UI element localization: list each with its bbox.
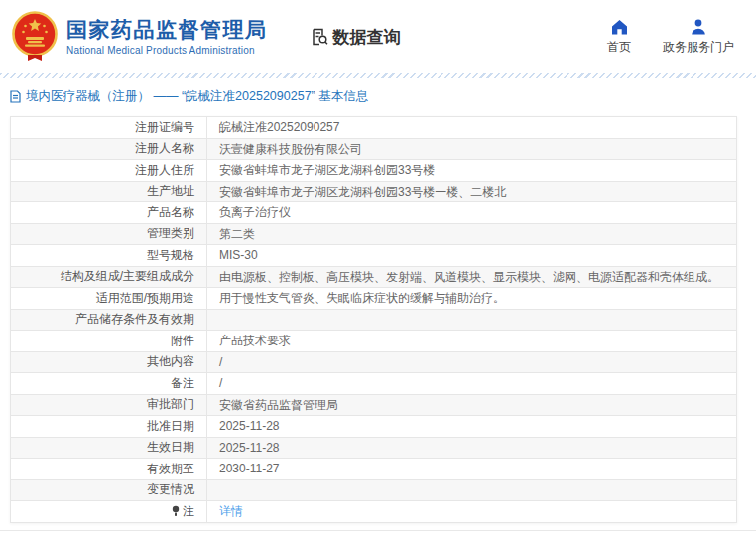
table-row: 适用范围/预期用途 用于慢性支气管炎、失眠临床症状的缓解与辅助治疗。	[11, 287, 736, 309]
org-name: 国家药品监督管理局	[66, 18, 268, 42]
home-label: 首页	[607, 39, 631, 56]
field-label: 型号规格	[11, 245, 207, 266]
registration-info-table: 注册证编号 皖械注准20252090257 注册人名称 沃壹健康科技股份有限公司…	[10, 116, 737, 523]
table-row: 生效日期 2025-11-28	[11, 437, 736, 459]
org-name-en: National Medical Products Administration	[66, 45, 268, 56]
detail-link[interactable]: 详情	[219, 503, 243, 519]
nav-data-query[interactable]: 数据查询	[310, 26, 401, 49]
site-header: 国家药品监督管理局 National Medical Products Admi…	[0, 0, 756, 73]
field-label: 其他内容	[11, 352, 207, 373]
field-value: 用于慢性支气管炎、失眠临床症状的缓解与辅助治疗。	[207, 288, 736, 309]
table-row: 变更情况	[11, 479, 736, 501]
field-label: 注册人住所	[11, 160, 207, 181]
field-value: 负离子治疗仪	[207, 202, 736, 223]
brand: 国家药品监督管理局 National Medical Products Admi…	[12, 11, 268, 63]
user-icon	[690, 18, 707, 36]
field-value: 由电源板、控制板、高压模块、发射端、风道模块、显示模块、滤网、电源适配器和壳体组…	[207, 267, 736, 288]
table-row: 审批部门 安徽省药品监督管理局	[11, 394, 736, 416]
field-value: 产品技术要求	[207, 331, 736, 351]
data-query-label: 数据查询	[333, 26, 401, 49]
nav-gov-portal[interactable]: 政务服务门户	[663, 18, 734, 56]
breadcrumb: 境内医疗器械（注册） —— “皖械注准20252090257” 基本信息	[10, 88, 756, 105]
breadcrumb-text: 境内医疗器械（注册） —— “皖械注准20252090257” 基本信息	[26, 88, 368, 105]
note-icon	[172, 505, 180, 517]
field-value: 安徽省蚌埠市龙子湖区龙湖科创园33号楼一楼、二楼北	[207, 182, 736, 202]
field-label: 适用范围/预期用途	[11, 288, 207, 309]
field-value: 安徽省药品监督管理局	[207, 395, 736, 416]
field-label: 生效日期	[11, 438, 207, 459]
table-row: 管理类别 第二类	[11, 223, 736, 245]
hatched-divider	[0, 73, 756, 78]
gov-portal-label: 政务服务门户	[663, 39, 734, 56]
nav-home[interactable]: 首页	[607, 18, 631, 56]
table-row: 注册人名称 沃壹健康科技股份有限公司	[11, 138, 736, 160]
field-label-note: 注	[11, 501, 207, 522]
table-row: 附件 产品技术要求	[11, 330, 736, 351]
field-label: 注册证编号	[11, 117, 207, 138]
field-label: 产品名称	[11, 202, 207, 223]
field-value: MIS-30	[207, 245, 736, 266]
home-icon	[610, 18, 629, 36]
field-value: 2025-11-28	[207, 438, 736, 459]
field-value: 沃壹健康科技股份有限公司	[207, 139, 736, 160]
data-query-icon	[310, 27, 329, 47]
field-value: 详情	[207, 501, 736, 522]
field-value	[207, 310, 736, 331]
table-row: 结构及组成/主要组成成分 由电源板、控制板、高压模块、发射端、风道模块、显示模块…	[11, 266, 736, 288]
table-row: 注 详情	[11, 500, 736, 522]
table-row: 注册人住所 安徽省蚌埠市龙子湖区龙湖科创园33号楼	[11, 159, 736, 181]
field-label: 审批部门	[11, 395, 207, 416]
field-value: /	[207, 352, 736, 373]
table-row: 产品储存条件及有效期	[11, 309, 736, 331]
table-row: 批准日期 2025-11-28	[11, 415, 736, 437]
nmpa-emblem-logo	[12, 11, 58, 63]
field-value	[207, 480, 736, 501]
field-value: 皖械注准20252090257	[207, 117, 736, 138]
table-row: 生产地址 安徽省蚌埠市龙子湖区龙湖科创园33号楼一楼、二楼北	[11, 181, 736, 202]
field-label: 产品储存条件及有效期	[11, 310, 207, 331]
field-label: 结构及组成/主要组成成分	[11, 267, 207, 288]
table-row: 其他内容 /	[11, 351, 736, 373]
document-icon	[10, 90, 21, 103]
table-row: 备注 /	[11, 372, 736, 394]
field-value: 第二类	[207, 224, 736, 245]
table-row: 有效期至 2030-11-27	[11, 458, 736, 479]
field-value: 2030-11-27	[207, 459, 736, 479]
field-value: 2025-11-28	[207, 416, 736, 437]
field-label: 生产地址	[11, 182, 207, 202]
bottom-divider	[0, 530, 756, 531]
field-label: 备注	[11, 373, 207, 394]
field-label: 批准日期	[11, 416, 207, 437]
table-row: 产品名称 负离子治疗仪	[11, 201, 736, 223]
field-label: 管理类别	[11, 224, 207, 245]
field-label: 有效期至	[11, 459, 207, 479]
field-value: 安徽省蚌埠市龙子湖区龙湖科创园33号楼	[207, 160, 736, 181]
field-label: 变更情况	[11, 480, 207, 501]
field-label: 注册人名称	[11, 139, 207, 160]
field-value: /	[207, 373, 736, 394]
table-row: 注册证编号 皖械注准20252090257	[11, 117, 736, 138]
header-right-nav: 首页 政务服务门户	[607, 18, 740, 56]
table-row: 型号规格 MIS-30	[11, 244, 736, 266]
field-label: 注	[183, 503, 194, 520]
field-label: 附件	[11, 331, 207, 351]
